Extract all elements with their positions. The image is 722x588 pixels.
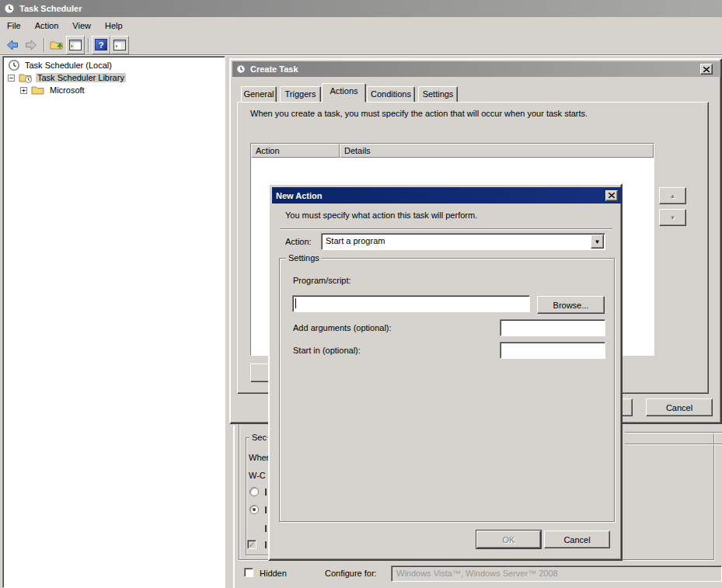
tab-label: Settings: [423, 89, 454, 99]
tab-page-right-edge: [713, 432, 714, 560]
panel-edge: [625, 432, 722, 433]
tree-item-label[interactable]: Task Scheduler (Local): [23, 61, 113, 70]
new-action-cancel-button[interactable]: Cancel: [544, 531, 610, 548]
move-up-button[interactable]: ▲: [659, 187, 686, 204]
account-instruction-text: When running the task, use the following…: [249, 453, 268, 462]
column-header-label: Details: [344, 146, 371, 155]
new-action-description: You must specify what action this task w…: [285, 210, 612, 220]
separator-line: [280, 228, 612, 230]
new-action-title: New Action: [276, 191, 323, 200]
settings-group: Settings Program/script: Browse... Add a…: [279, 258, 615, 522]
up-arrow-icon: ▲: [670, 193, 676, 200]
tree-item-label[interactable]: Task Scheduler Library: [36, 73, 126, 82]
run-when-logged-on-radio[interactable]: [249, 487, 259, 496]
program-script-input[interactable]: [292, 295, 530, 312]
menu-file[interactable]: File: [0, 19, 28, 33]
tab-general[interactable]: General: [241, 86, 277, 103]
start-in-input[interactable]: [500, 342, 605, 359]
folder-icon: [31, 84, 45, 96]
run-whether-logged-on-radio[interactable]: [249, 505, 259, 514]
hidden-label: Hidden: [260, 569, 287, 578]
menu-action[interactable]: Action: [28, 19, 66, 33]
new-action-dialog: New Action You must specify what action …: [268, 183, 623, 561]
text-caret: [295, 298, 296, 308]
new-action-ok-button[interactable]: OK: [476, 531, 541, 548]
task-scheduler-screen: Task Scheduler File Action View Help: [0, 0, 722, 588]
actions-table-header-action[interactable]: Action: [251, 144, 340, 158]
tab-label: Conditions: [371, 89, 411, 99]
create-task-title: Create Task: [250, 64, 298, 74]
actions-table-header-details[interactable]: Details: [340, 144, 654, 158]
clock-icon: [8, 59, 20, 71]
action-combobox[interactable]: Start a program ▼: [321, 233, 605, 250]
configure-for-combobox[interactable]: Windows Vista™, Windows Server™ 2008: [391, 565, 722, 582]
clipped-text-sliver: [265, 489, 267, 496]
tree-item-task-scheduler-library[interactable]: − Task Scheduler Library: [3, 71, 225, 84]
action-label: Action:: [285, 237, 312, 246]
actions-tab-description: When you create a task, you must specify…: [250, 109, 701, 118]
tab-settings[interactable]: Settings: [418, 86, 458, 103]
clipped-text-sliver: [265, 541, 267, 548]
account-name-text: W-C: [249, 471, 268, 480]
panel-edge: [625, 444, 722, 444]
tab-conditions[interactable]: Conditions: [367, 86, 415, 103]
move-down-button[interactable]: ▼: [659, 209, 686, 226]
button-label: OK: [503, 535, 515, 545]
button-label: Cancel: [666, 403, 692, 412]
security-options-label: Security options: [249, 433, 267, 442]
tab-label: Actions: [330, 86, 358, 96]
tab-label: Triggers: [285, 89, 316, 99]
menu-bar: File Action View Help: [0, 17, 722, 34]
start-in-label: Start in (optional):: [293, 346, 361, 355]
configure-for-label: Configure for:: [325, 569, 377, 578]
expand-icon[interactable]: +: [20, 87, 27, 94]
button-label: Browse...: [553, 301, 589, 310]
tree-item-microsoft[interactable]: + Microsoft: [3, 84, 225, 96]
button-label: Cancel: [563, 535, 590, 545]
tree-item-task-scheduler-local[interactable]: Task Scheduler (Local): [3, 59, 225, 71]
action-combobox-value: Start a program: [326, 236, 385, 245]
help-icon[interactable]: ?: [92, 36, 110, 54]
show-action-pane-icon[interactable]: [110, 36, 129, 54]
tree-item-label[interactable]: Microsoft: [48, 85, 86, 95]
tab-actions[interactable]: Actions: [322, 83, 366, 103]
clipped-text-sliver: [265, 506, 267, 513]
down-arrow-icon: ▼: [670, 214, 676, 221]
tab-page-left-edge: [239, 425, 239, 560]
configure-for-value: Windows Vista™, Windows Server™ 2008: [396, 569, 558, 578]
close-icon[interactable]: [700, 64, 713, 75]
column-header-label: Action: [256, 146, 280, 155]
library-folder-icon: [19, 71, 33, 84]
toolbar-separator: [44, 38, 44, 52]
clipped-text-sliver: [265, 525, 267, 532]
toolbar-separator: [88, 38, 89, 52]
menu-view[interactable]: View: [65, 19, 98, 33]
clock-icon: [3, 2, 16, 15]
forward-icon[interactable]: [22, 36, 40, 54]
settings-group-label: Settings: [286, 253, 322, 263]
new-action-title-bar: New Action: [272, 187, 622, 204]
show-console-tree-icon[interactable]: [66, 36, 85, 54]
create-task-title-bar: Create Task: [232, 61, 720, 77]
clock-icon: [235, 64, 246, 75]
menu-help[interactable]: Help: [98, 19, 130, 33]
create-task-cancel-button[interactable]: Cancel: [646, 398, 713, 416]
tab-label: General: [243, 89, 274, 99]
run-highest-privileges-checkbox[interactable]: ✓: [247, 540, 256, 549]
main-title-bar: Task Scheduler: [0, 0, 722, 17]
back-icon[interactable]: [3, 36, 22, 54]
program-script-label: Program/script:: [293, 276, 351, 285]
toolbar: ?: [0, 34, 722, 55]
hidden-checkbox[interactable]: [244, 568, 253, 577]
up-one-level-icon[interactable]: [47, 36, 66, 54]
main-window-title: Task Scheduler: [19, 4, 82, 13]
close-icon[interactable]: [605, 190, 618, 201]
add-arguments-input[interactable]: [500, 319, 605, 336]
add-arguments-label: Add arguments (optional):: [293, 323, 392, 332]
console-tree-pane: Task Scheduler (Local) − Task Scheduler …: [2, 56, 225, 588]
chevron-down-icon[interactable]: ▼: [591, 235, 604, 249]
browse-button[interactable]: Browse...: [537, 296, 605, 314]
collapse-icon[interactable]: −: [8, 75, 15, 82]
tab-triggers[interactable]: Triggers: [280, 86, 321, 103]
toolbar-bottom-edge: [0, 54, 722, 55]
